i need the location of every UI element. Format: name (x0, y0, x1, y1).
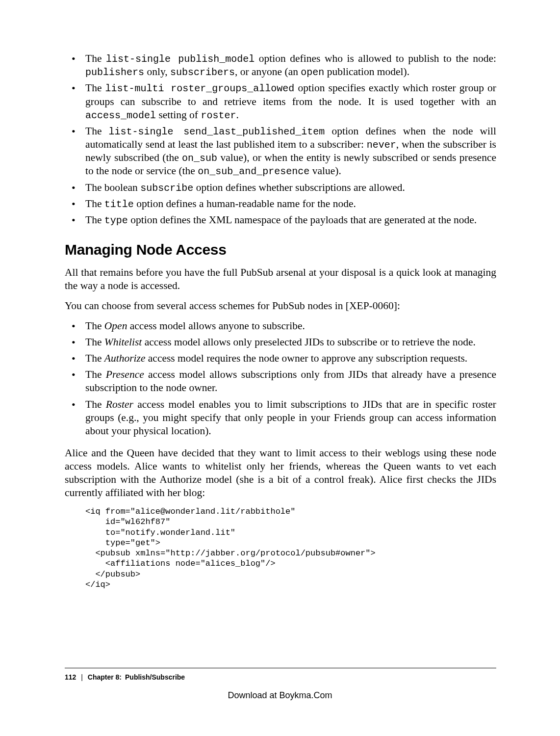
code-span: subscribe (140, 183, 193, 194)
code-span: roster (201, 110, 236, 121)
paragraph: You can choose from several access schem… (65, 299, 496, 313)
list-item: The list-single send_last_published_item… (85, 125, 496, 178)
text: option defines the XML namespace of the … (128, 214, 477, 226)
text: setting of (156, 109, 201, 121)
list-item: The list-single publish_model option def… (85, 52, 496, 79)
list-item: The list-multi roster_groups_allowed opt… (85, 81, 496, 121)
options-list: The list-single publish_model option def… (65, 52, 496, 227)
footer-separator: | (81, 673, 83, 681)
text: The (85, 214, 104, 226)
page-content: The list-single publish_model option def… (65, 52, 496, 590)
text: access model allows anyone to subscribe. (127, 320, 305, 332)
text: The (85, 336, 104, 348)
emphasis: Roster (106, 398, 133, 410)
text: value). (309, 165, 341, 177)
emphasis: Presence (106, 368, 144, 380)
section-heading: Managing Node Access (65, 240, 496, 259)
emphasis: Authorize (104, 352, 146, 364)
download-note: Download at Boykma.Com (0, 690, 560, 701)
paragraph: Alice and the Queen have decided that th… (65, 447, 496, 499)
code-span: never (367, 139, 396, 151)
text: The (85, 53, 106, 64)
list-item: The Presence access model allows subscri… (85, 368, 496, 394)
text: access model requires the node owner to … (145, 352, 467, 364)
list-item: The title option defines a human-readabl… (85, 197, 496, 210)
list-item: The Whitelist access model allows only p… (85, 336, 496, 349)
text: , or anyone (an (235, 66, 301, 78)
code-span: open (301, 67, 324, 78)
code-span: publishers (85, 67, 144, 78)
list-item: The type option defines the XML namespac… (85, 213, 496, 227)
code-span: on_sub (182, 153, 217, 164)
text: The (85, 368, 106, 380)
code-span: list-single publish_model (106, 53, 255, 65)
code-span: title (104, 199, 134, 210)
code-block: <iq from="alice@wonderland.lit/rabbithol… (85, 506, 496, 590)
text: The (85, 398, 106, 410)
page: The list-single publish_model option def… (0, 0, 560, 736)
text: option defines who is allowed to publish… (255, 53, 496, 64)
text: . (236, 109, 238, 121)
paragraph: All that remains before you have the ful… (65, 266, 496, 292)
chapter-label: Chapter 8: Publish/Subscribe (88, 673, 185, 681)
page-footer: 112 | Chapter 8: Publish/Subscribe (65, 668, 496, 681)
list-item: The Roster access model enables you to l… (85, 398, 496, 438)
list-item: The boolean subscribe option defines whe… (85, 181, 496, 194)
text: The (85, 198, 104, 210)
text: The (85, 82, 105, 94)
access-models-list: The Open access model allows anyone to s… (65, 319, 496, 438)
text: option defines a human-readable name for… (134, 198, 356, 210)
text: access model allows only preselected JID… (142, 336, 476, 348)
emphasis: Whitelist (104, 336, 142, 348)
text: only, (144, 66, 170, 78)
text: The boolean (85, 182, 140, 193)
list-item: The Authorize access model requires the … (85, 352, 496, 365)
code-span: type (104, 215, 128, 226)
text: publication model). (324, 66, 409, 78)
text: The (85, 320, 104, 332)
text: The (85, 125, 109, 137)
page-number: 112 (65, 673, 76, 681)
text: access model enables you to limit subscr… (85, 398, 496, 437)
text: access model allows subscriptions only f… (85, 368, 496, 394)
text: option defines whether subscriptions are… (193, 182, 405, 193)
code-span: list-multi roster_groups_allowed (105, 83, 295, 94)
code-span: access_model (85, 110, 156, 121)
text: The (85, 352, 104, 364)
code-span: on_sub_and_presence (198, 166, 309, 177)
code-span: list-single send_last_published_item (109, 126, 325, 137)
emphasis: Open (104, 320, 127, 332)
list-item: The Open access model allows anyone to s… (85, 319, 496, 333)
code-span: subscribers (170, 67, 235, 78)
